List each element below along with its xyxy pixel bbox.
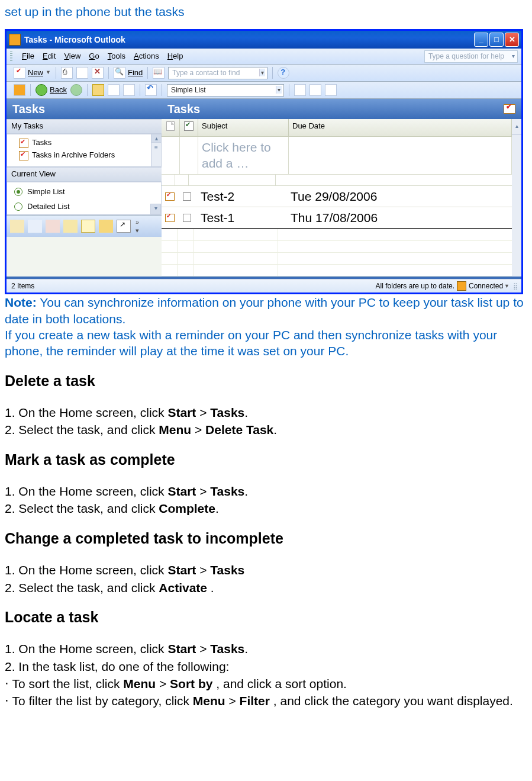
tasks-header-label: Tasks — [167, 101, 200, 117]
new-dropdown-icon[interactable]: ▼ — [46, 69, 51, 76]
scroll-down-icon[interactable]: ▾ — [150, 204, 161, 214]
calendar-icon[interactable] — [28, 220, 42, 233]
col-complete[interactable] — [180, 119, 198, 136]
current-view-select[interactable]: Simple List — [167, 84, 284, 97]
col-due-date[interactable]: Due Date — [289, 119, 512, 136]
menu-view[interactable]: View — [64, 52, 80, 62]
toolbar-icon-3[interactable] — [325, 84, 337, 96]
empty-grid — [162, 229, 512, 277]
move-to-folder-icon[interactable] — [76, 67, 88, 79]
standard-toolbar: ✔ New ▼ Find Type a contact to find — [7, 65, 521, 82]
new-button[interactable]: New — [28, 68, 43, 78]
step: 2. In the task list, do one of the follo… — [5, 658, 527, 674]
heading-locate-task: Locate a task — [5, 608, 527, 627]
radio-on-icon — [14, 188, 22, 196]
help-icon[interactable] — [278, 67, 289, 79]
radio-detailed-list[interactable]: Detailed List — [11, 200, 157, 214]
radio-simple-list[interactable]: Simple List — [11, 185, 157, 200]
separator — [87, 84, 88, 96]
task-list-scrollbar[interactable]: ▴ — [512, 119, 521, 277]
back-icon[interactable] — [36, 84, 47, 96]
checkbox[interactable] — [183, 192, 191, 201]
mail-icon[interactable] — [10, 220, 24, 233]
radio-off-icon — [14, 203, 22, 211]
close-button[interactable]: ✕ — [505, 33, 519, 47]
spacer-row — [162, 175, 512, 186]
menu-help[interactable]: Help — [167, 52, 183, 62]
status-folders: All folders are up to date. — [376, 282, 454, 291]
shortcuts-icon[interactable] — [117, 220, 131, 233]
connection-icon — [457, 281, 466, 291]
tasks-icon[interactable] — [63, 220, 78, 233]
menu-file[interactable]: File — [22, 52, 34, 62]
menu-actions[interactable]: Actions — [134, 52, 159, 62]
notes-icon[interactable] — [81, 220, 95, 233]
checkmark-icon — [184, 121, 194, 131]
folder-list-icon[interactable] — [99, 220, 113, 233]
toolbar-icon-1[interactable] — [294, 84, 306, 96]
top-fragment-text: set up in the phone but the tasks — [5, 4, 527, 20]
menu-go[interactable]: Go — [89, 52, 99, 62]
task-row[interactable]: Test-1 Thu 17/08/2006 — [162, 207, 512, 229]
status-item-count: 2 Items — [11, 282, 34, 291]
window-title: Tasks - Microsoft Outlook — [24, 34, 125, 45]
title-bar: Tasks - Microsoft Outlook _ □ ✕ — [7, 31, 521, 49]
menu-tools[interactable]: Tools — [108, 52, 125, 62]
view-radio-group: Simple List Detailed List ▾ — [7, 182, 162, 215]
step: 1. On the Home screen, click Start > Tas… — [5, 562, 527, 578]
contacts-icon[interactable] — [46, 220, 60, 233]
back-button[interactable]: Back — [50, 85, 67, 95]
help-search-input[interactable]: Type a question for help — [424, 50, 518, 63]
checkbox[interactable] — [183, 214, 191, 222]
tree-scrollbar[interactable] — [151, 134, 161, 166]
menu-edit[interactable]: Edit — [43, 52, 56, 62]
col-subject[interactable]: Subject — [198, 119, 289, 136]
task-icon — [165, 192, 175, 201]
tree-label: Tasks in Archive Folders — [32, 150, 115, 160]
find-icon[interactable] — [114, 67, 125, 79]
toolbar-icon-2[interactable] — [309, 84, 321, 96]
configure-buttons-icon[interactable]: »▾ — [136, 218, 139, 235]
new-task-icon[interactable]: ✔ — [14, 67, 25, 79]
address-book-icon[interactable] — [153, 67, 165, 79]
separator — [56, 67, 56, 79]
reading-pane-icon[interactable] — [108, 84, 120, 96]
task-row[interactable]: Test-2 Tue 29/08/2006 — [162, 186, 512, 207]
up-folder-icon[interactable] — [92, 84, 104, 96]
bullet: ‧ To filter the list by category, click … — [5, 693, 527, 709]
nav-header: Tasks — [7, 99, 162, 119]
task-due: Tue 29/08/2006 — [287, 187, 512, 205]
task-header-icon — [504, 104, 515, 114]
task-folder-icon — [19, 139, 28, 148]
note-text-2: If you create a new task with a reminder… — [5, 327, 527, 359]
task-subject: Test-1 — [197, 208, 287, 227]
add-task-row[interactable]: Click here to add a … — [162, 137, 512, 175]
status-connection: Connected — [469, 282, 503, 291]
forward-icon[interactable] — [70, 84, 82, 96]
heading-delete-task: Delete a task — [5, 371, 527, 391]
add-task-placeholder: Click here to add a … — [198, 137, 289, 174]
connection-dropdown-icon[interactable]: ▼ — [504, 283, 510, 290]
status-bar: 2 Items All folders are up to date. Conn… — [7, 279, 521, 293]
delete-icon[interactable] — [92, 67, 104, 79]
find-button[interactable]: Find — [128, 68, 143, 78]
outlook-today-icon[interactable] — [14, 84, 25, 96]
task-due: Thu 17/08/2006 — [287, 208, 512, 227]
undo-icon[interactable] — [145, 84, 157, 96]
task-icon — [165, 214, 175, 222]
step: 1. On the Home screen, click Start > Tas… — [5, 483, 527, 499]
minimize-button[interactable]: _ — [474, 33, 488, 47]
print-preview-icon[interactable] — [123, 84, 135, 96]
resize-grip-icon[interactable]: ⣿ — [513, 282, 517, 290]
contact-search-input[interactable]: Type a contact to find — [168, 67, 267, 80]
navigation-pane: Tasks My Tasks Tasks Tasks in Archive Fo… — [7, 99, 162, 277]
col-icon[interactable] — [162, 119, 180, 136]
maximize-button[interactable]: □ — [489, 33, 504, 47]
tasks-header: Tasks — [162, 99, 521, 119]
tree-item-archive[interactable]: Tasks in Archive Folders — [11, 149, 157, 162]
nav-section-my-tasks: My Tasks — [7, 119, 162, 134]
advanced-toolbar: Back Simple List — [7, 82, 521, 99]
separator — [140, 84, 140, 96]
print-icon[interactable] — [61, 67, 73, 79]
tree-item-tasks[interactable]: Tasks — [11, 137, 157, 149]
